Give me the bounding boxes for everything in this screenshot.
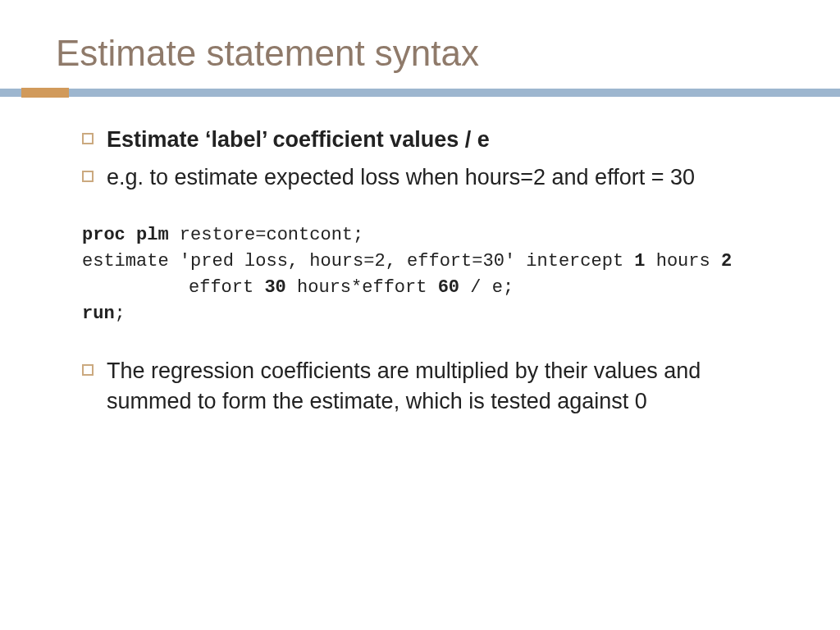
bullet-text: Estimate ‘label’ coefficient values / e [107,125,781,154]
bullet-item: Estimate ‘label’ coefficient values / e [82,125,781,154]
title-rule [0,89,840,98]
code-number: 30 [264,277,285,298]
slide: Estimate statement syntax Estimate ‘labe… [0,0,840,630]
code-text: estimate 'pred loss, hours=2, effort=30'… [82,251,634,272]
bullet-item: e.g. to estimate expected loss when hour… [82,162,781,192]
bullet-marker-icon [82,171,94,182]
rule-orange [21,88,69,98]
code-number: 2 [721,251,732,272]
code-keyword: run [82,304,115,324]
slide-title: Estimate statement syntax [56,33,781,74]
bullet-text: e.g. to estimate expected loss when hour… [107,162,781,192]
code-line: proc plm restore=contcont; [82,222,781,249]
code-keyword: proc plm [82,225,169,245]
code-number: 1 [634,251,645,272]
bullet-item: The regression coefficients are multipli… [82,356,781,416]
code-line: estimate 'pred loss, hours=2, effort=30'… [82,249,781,301]
slide-body: Estimate ‘label’ coefficient values / e … [59,125,781,416]
code-number: 60 [438,277,459,298]
code-text: hours [646,251,721,272]
bullet-text: The regression coefficients are multipli… [107,356,781,416]
code-text: hours*effort [286,277,438,298]
rule-blue [0,89,840,97]
code-line: run; [82,301,781,327]
code-text: / e; [459,277,514,298]
bullet-marker-icon [82,133,94,144]
code-text: ; [115,304,126,324]
code-text: restore=contcont; [169,225,364,245]
bullet-marker-icon [82,364,94,376]
code-text: effort [189,277,264,298]
code-block: proc plm restore=contcont; estimate 'pre… [82,222,781,327]
